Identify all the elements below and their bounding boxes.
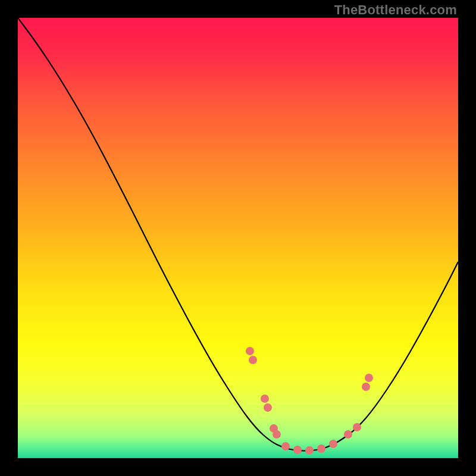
attribution-text: TheBottleneck.com bbox=[334, 2, 457, 18]
curve-marker bbox=[317, 444, 325, 453]
curve-marker bbox=[305, 446, 314, 455]
curve-marker bbox=[261, 394, 269, 403]
curve-marker bbox=[353, 423, 361, 431]
chart-overlay bbox=[18, 18, 458, 458]
curve-marker bbox=[273, 430, 281, 439]
curve-marker bbox=[362, 383, 370, 391]
curve-marker bbox=[344, 430, 352, 439]
bottleneck-curve bbox=[18, 18, 458, 451]
curve-marker bbox=[264, 403, 272, 412]
chart-frame bbox=[18, 18, 458, 458]
curve-marker bbox=[246, 347, 254, 355]
curve-marker bbox=[281, 442, 290, 450]
curve-marker bbox=[365, 374, 373, 382]
curve-marker bbox=[249, 356, 257, 364]
curve-marker bbox=[293, 446, 302, 454]
curve-markers bbox=[246, 347, 373, 455]
curve-marker bbox=[329, 440, 337, 448]
